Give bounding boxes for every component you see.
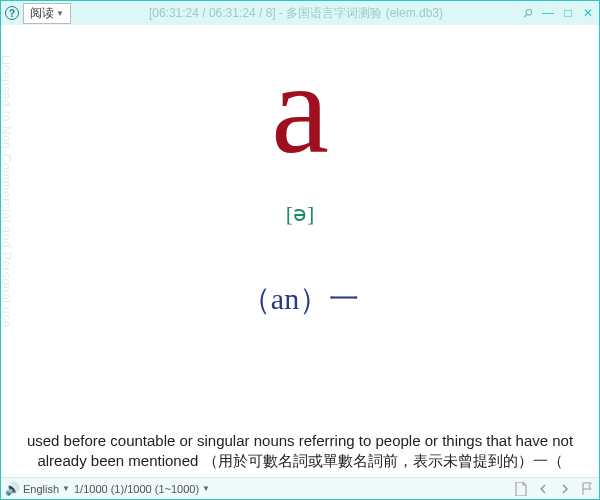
minimize-button[interactable]: — (541, 6, 555, 20)
statusbar: 🔊 English ▼ 1/1000 (1)/1000 (1~1000) ▼ (1, 477, 599, 499)
close-button[interactable]: ✕ (581, 6, 595, 20)
headword: a (271, 43, 329, 173)
chevron-down-icon: ▼ (62, 484, 70, 493)
phonetic: [ə] (286, 201, 315, 227)
alternate-form: （an）一 (241, 279, 359, 320)
mode-label: 阅读 (30, 5, 54, 22)
chevron-down-icon: ▼ (56, 9, 64, 18)
window-title: [06:31:24 / 06:31:24 / 8] - 多国语言字词测验 (el… (71, 5, 521, 22)
flag-icon[interactable] (579, 481, 595, 497)
prev-icon[interactable] (535, 481, 551, 497)
flashcard: a [ə] （an）一 used before countable or sin… (1, 25, 599, 477)
help-icon[interactable]: ? (5, 6, 19, 20)
range-label: 1/1000 (1)/1000 (1~1000) (74, 483, 199, 495)
range-dropdown[interactable]: 1/1000 (1)/1000 (1~1000) ▼ (74, 483, 210, 495)
speaker-icon[interactable]: 🔊 (5, 482, 19, 496)
definition: used before countable or singular nouns … (11, 431, 589, 472)
chevron-down-icon: ▼ (202, 484, 210, 493)
titlebar: ? 阅读 ▼ [06:31:24 / 06:31:24 / 8] - 多国语言字… (1, 1, 599, 25)
content-area: Licensed to Non-Commercial and Personal … (1, 25, 599, 477)
maximize-button[interactable]: □ (561, 6, 575, 20)
mode-dropdown[interactable]: 阅读 ▼ (23, 3, 71, 24)
language-dropdown[interactable]: English ▼ (23, 483, 70, 495)
document-icon[interactable] (513, 481, 529, 497)
pin-icon[interactable]: ⚲ (518, 3, 538, 23)
language-label: English (23, 483, 59, 495)
next-icon[interactable] (557, 481, 573, 497)
